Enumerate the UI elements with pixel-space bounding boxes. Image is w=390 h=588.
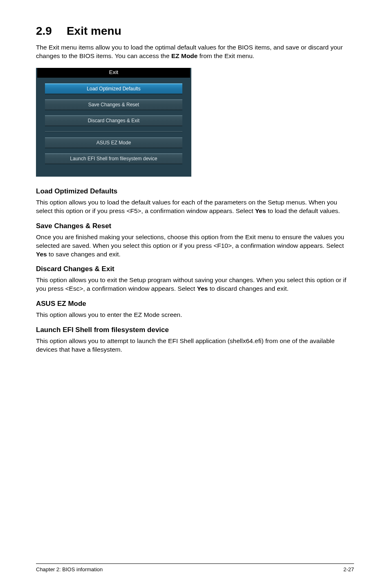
intro-text-b: from the Exit menu.: [197, 52, 254, 59]
bios-button-group-top: Load Optimized Defaults Save Changes & R…: [36, 83, 191, 164]
bios-exit-panel: Exit Load Optimized Defaults Save Change…: [36, 68, 191, 177]
discard-exit-heading: Discard Changes & Exit: [36, 265, 354, 273]
save-reset-text: Once you are finished making your select…: [36, 233, 354, 259]
discard-exit-text-a: This option allows you to exit the Setup…: [36, 276, 346, 292]
save-reset-text-a: Once you are finished making your select…: [36, 233, 344, 249]
load-defaults-bold: Yes: [255, 207, 266, 214]
ez-mode-text: This option allows you to enter the EZ M…: [36, 311, 354, 319]
footer-chapter: Chapter 2: BIOS information: [36, 566, 103, 572]
section-name: Exit menu: [67, 25, 121, 37]
launch-efi-text: This option allows you to attempt to lau…: [36, 337, 354, 354]
discard-exit-bold: Yes: [197, 285, 208, 292]
launch-efi-shell-button[interactable]: Launch EFI Shell from filesystem device: [45, 153, 182, 164]
save-reset-text-b: to save changes and exit.: [47, 251, 121, 258]
discard-changes-exit-button[interactable]: Discard Changes & Exit: [45, 115, 182, 126]
ez-mode-heading: ASUS EZ Mode: [36, 300, 354, 308]
save-reset-bold: Yes: [36, 251, 47, 258]
discard-exit-text-b: to discard changes and exit.: [208, 285, 288, 292]
bios-panel-header: Exit: [37, 68, 190, 78]
section-title: 2.9Exit menu: [36, 25, 354, 38]
bios-divider: [45, 131, 182, 132]
page-footer: Chapter 2: BIOS information 2-27: [36, 563, 354, 572]
asus-ez-mode-button[interactable]: ASUS EZ Mode: [45, 137, 182, 148]
intro-bold: EZ Mode: [171, 52, 198, 59]
load-defaults-text-b: to load the default values.: [266, 207, 340, 214]
intro-paragraph: The Exit menu items allow you to load th…: [36, 43, 354, 61]
load-defaults-heading: Load Optimized Defaults: [36, 187, 354, 195]
save-changes-reset-button[interactable]: Save Changes & Reset: [45, 99, 182, 110]
load-defaults-text: This option allows you to load the defau…: [36, 198, 354, 215]
load-optimized-defaults-button[interactable]: Load Optimized Defaults: [45, 83, 182, 94]
launch-efi-heading: Launch EFI Shell from filesystem device: [36, 326, 354, 334]
discard-exit-text: This option allows you to exit the Setup…: [36, 276, 354, 293]
save-reset-heading: Save Changes & Reset: [36, 222, 354, 230]
section-number: 2.9: [36, 25, 52, 38]
footer-page-number: 2-27: [343, 566, 354, 572]
